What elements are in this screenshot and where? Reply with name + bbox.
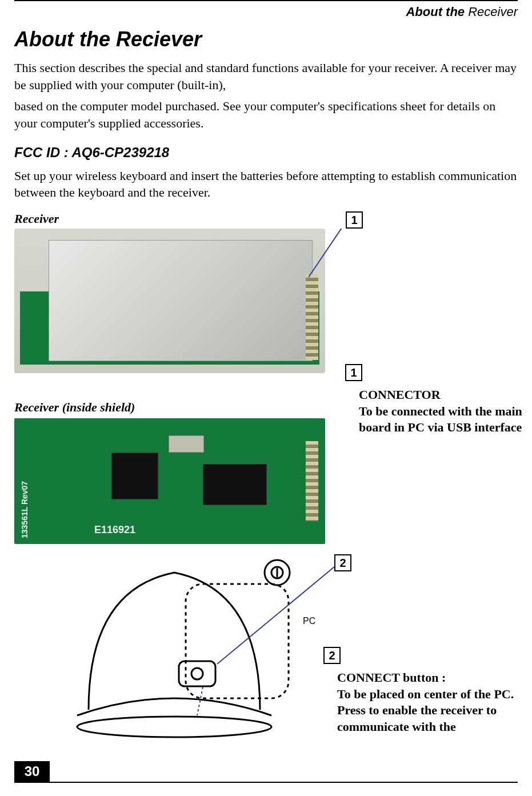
intro-paragraph-2: based on the computer model purchased. S… <box>14 98 518 131</box>
svg-rect-2 <box>186 584 289 698</box>
callout-box-2: 2 <box>323 647 341 664</box>
callout-2-title: CONNECT button : <box>337 670 526 686</box>
callout-marker-2: 2 <box>334 554 351 571</box>
silkscreen-e: E116921 <box>94 524 135 536</box>
header-title-bold: About the <box>406 5 468 19</box>
receiver-label: Receiver <box>14 211 518 226</box>
svg-point-7 <box>191 668 203 679</box>
receiver-photo <box>14 229 325 373</box>
svg-line-10 <box>197 687 203 715</box>
svg-point-1 <box>77 717 271 737</box>
callout-box-1: 1 <box>345 364 362 381</box>
callout-2-desc1: To be placed on center of the PC. <box>337 686 526 703</box>
callout-1-title: CONNECTOR <box>359 387 532 403</box>
svg-text:PC: PC <box>303 616 315 626</box>
intro-paragraph-1: This section describes the special and s… <box>14 59 518 93</box>
fcc-id: FCC ID : AQ6-CP239218 <box>14 145 518 161</box>
page-title: About the Reciever <box>14 27 518 51</box>
callout-panel-1: 1 CONNECTOR To be connected with the mai… <box>345 364 532 436</box>
page-footer: 30 <box>14 761 518 783</box>
callout-marker-1: 1 <box>346 211 363 229</box>
svg-line-9 <box>217 567 334 664</box>
page-number: 30 <box>14 761 50 782</box>
header-title-light: Receiver <box>468 5 518 19</box>
setup-paragraph: Set up your wireless keyboard and insert… <box>14 167 518 201</box>
silkscreen-rev: 133561L Rev07 <box>20 481 29 538</box>
page-header: About the Receiver <box>14 0 518 24</box>
receiver-inside-photo: E116921 133561L Rev07 <box>14 418 325 544</box>
callout-1-desc: To be connected with the main board in P… <box>359 403 532 436</box>
callout-2-desc2: Press to enable the receiver to communic… <box>337 702 526 735</box>
svg-rect-6 <box>179 661 215 686</box>
monitor-diagram: PC 2 <box>14 544 334 738</box>
callout-panel-2: 2 CONNECT button : To be placed on cente… <box>323 647 529 735</box>
